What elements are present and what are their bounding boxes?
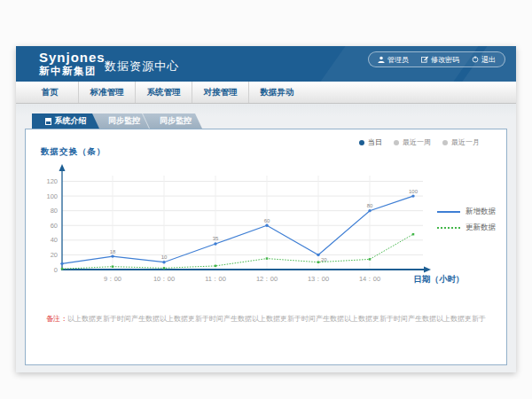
logout-button[interactable]: 退出 (472, 55, 496, 65)
edit-icon (421, 56, 428, 63)
svg-text:80: 80 (51, 207, 58, 215)
svg-text:13：00: 13：00 (308, 275, 329, 283)
svg-text:35: 35 (213, 236, 219, 241)
svg-text:80: 80 (367, 203, 373, 208)
svg-text:10: 10 (161, 254, 168, 260)
svg-text:40: 40 (51, 236, 58, 244)
nav-item-1[interactable]: 标准管理 (78, 82, 135, 103)
main-window: Synjones 新中新集团 数据资源中心 管理员 修改密码 退出 首页标准管理… (16, 46, 516, 372)
legend-line-solid (437, 211, 460, 213)
user-toolbar: 管理员 修改密码 退出 (368, 51, 505, 67)
svg-text:9：00: 9：00 (104, 275, 121, 283)
legend-line-dotted (437, 227, 460, 229)
svg-text:14：00: 14：00 (359, 275, 380, 283)
svg-text:11：00: 11：00 (205, 275, 226, 283)
svg-text:18: 18 (110, 249, 116, 254)
user-icon (378, 56, 385, 63)
page-title: 数据资源中心 (105, 59, 179, 74)
legend-item-new-data: 新增数据 (437, 204, 496, 220)
tab-sync-monitor-1[interactable]: 同步監控 (92, 113, 151, 129)
nav-item-4[interactable]: 数据异动 (248, 82, 305, 103)
company-logo: Synjones 新中新集团 (39, 51, 106, 77)
svg-text:10：00: 10：00 (153, 275, 175, 283)
power-icon (472, 56, 479, 63)
footnote: 备注：以上数据更新于时间产生数据以上数据更新于时间产生数据以上数据更新于时间产生… (26, 314, 506, 324)
logo-company-name: 新中新集团 (39, 66, 106, 77)
footnote-label: 备注： (46, 315, 67, 323)
svg-text:100: 100 (46, 192, 58, 200)
svg-text:100: 100 (409, 189, 419, 194)
svg-text:20: 20 (321, 257, 327, 262)
svg-text:60: 60 (51, 222, 58, 230)
nav-item-3[interactable]: 对接管理 (192, 82, 248, 103)
legend-item-updated-data: 更新数据 (437, 220, 496, 236)
tab-system-intro[interactable]: 系统介绍 (32, 113, 99, 129)
change-password-button[interactable]: 修改密码 (421, 55, 459, 65)
content-area: 系统介绍 同步監控 同步監控 当日最近一周最近一月 数据交换（条） 020406… (16, 104, 516, 372)
tab-sync-monitor-2[interactable]: 同步監控 (144, 113, 202, 129)
main-nav: 首页标准管理系统管理对接管理数据异动 (16, 82, 516, 104)
svg-text:20: 20 (51, 251, 58, 259)
svg-text:12：00: 12：00 (256, 275, 278, 283)
svg-text:0: 0 (54, 266, 58, 274)
line-chart: 0204060801001209：0010：0011：0012：0013：001… (26, 129, 506, 364)
current-user[interactable]: 管理员 (378, 55, 409, 65)
chart-legend: 新增数据 更新数据 (437, 204, 496, 236)
chart-panel: 当日最近一周最近一月 数据交换（条） 0204060801001209：0010… (25, 129, 507, 365)
footnote-text: 以上数据更新于时间产生数据以上数据更新于时间产生数据以上数据更新于时间产生数据以… (67, 315, 486, 323)
svg-text:60: 60 (264, 218, 270, 223)
logo-text: Synjones (39, 51, 106, 64)
app-header: Synjones 新中新集团 数据资源中心 管理员 修改密码 退出 (16, 46, 516, 82)
svg-text:120: 120 (46, 177, 58, 185)
tab-bar: 系统介绍 同步監控 同步監控 (32, 113, 202, 129)
nav-item-0[interactable]: 首页 (21, 82, 78, 103)
document-icon (45, 118, 51, 125)
svg-text:日期（小时）: 日期（小时） (414, 274, 465, 285)
nav-item-2[interactable]: 系统管理 (135, 82, 192, 103)
